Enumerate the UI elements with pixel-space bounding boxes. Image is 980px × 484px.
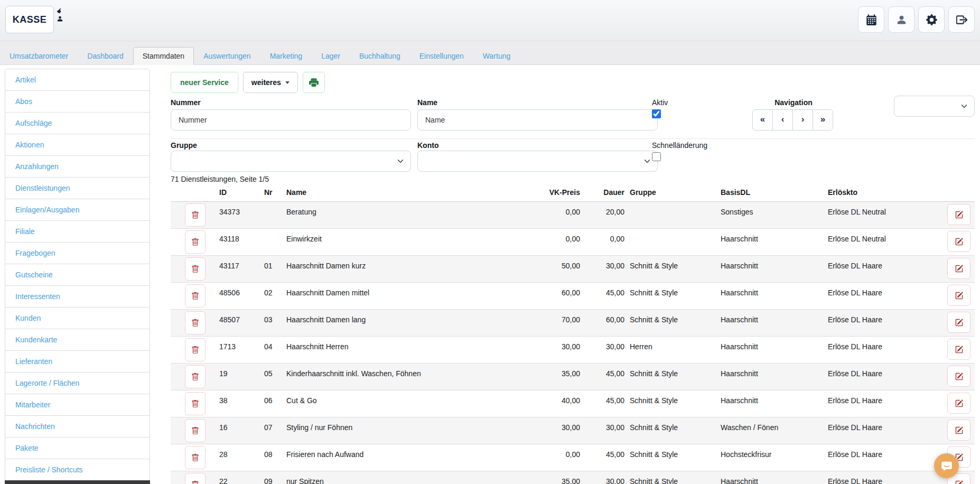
settings-button[interactable]	[918, 6, 945, 33]
delete-service-button[interactable]	[185, 419, 206, 442]
cell-gruppe: Schnitt & Style	[624, 364, 721, 390]
tab-wartung[interactable]: Wartung	[473, 47, 520, 65]
column-header-erloeskto: Erlöskto	[828, 186, 947, 202]
sidebar-item-nachrichten[interactable]: Nachrichten	[5, 416, 150, 438]
cell-name: Haarschnitt Herren	[286, 337, 508, 364]
print-button[interactable]	[303, 72, 325, 93]
sidebar-item-einlagen-ausgaben[interactable]: Einlagen/Ausgaben	[5, 199, 150, 221]
cell-nr: 09	[264, 471, 286, 484]
sidebar-item-anzahlungen[interactable]: Anzahlungen	[5, 156, 150, 178]
cell-dauer: 45,00	[580, 364, 624, 390]
gruppe-select[interactable]	[171, 151, 411, 172]
trash-icon	[191, 400, 199, 408]
user-button[interactable]	[888, 6, 914, 33]
cell-dauer: 60,00	[580, 310, 624, 337]
name-input[interactable]	[417, 109, 658, 131]
nummer-input[interactable]	[171, 109, 411, 131]
sidebar-item-kunden[interactable]: Kunden	[5, 308, 150, 329]
edit-service-button[interactable]	[947, 285, 970, 306]
tab-dashboard[interactable]: Dashboard	[78, 47, 133, 65]
sidebar-item-pakete[interactable]: Pakete	[5, 438, 150, 459]
sidebar-item-partial[interactable]	[5, 480, 150, 484]
aktiv-checkbox[interactable]	[652, 109, 661, 118]
tab-einstellungen[interactable]: Einstellungen	[410, 47, 473, 65]
cell-id: 28	[219, 444, 264, 471]
sidebar-item-preisliste-shortcuts[interactable]: Preisliste / Shortcuts	[5, 459, 150, 481]
trash-icon	[191, 319, 199, 327]
sidebar-item-gutscheine[interactable]: Gutscheine	[5, 264, 150, 286]
edit-service-button[interactable]	[947, 366, 970, 387]
tab-auswertungen[interactable]: Auswertungen	[194, 47, 260, 65]
tab-stammdaten[interactable]: Stammdaten	[133, 47, 194, 65]
delete-service-button[interactable]	[185, 257, 206, 281]
service-row: 43117 01 Haarschnitt Damen kurz 50,00 30…	[171, 256, 975, 283]
delete-service-button[interactable]	[185, 311, 206, 334]
cell-basisdl: Haarschnitt	[721, 364, 828, 390]
delete-service-button[interactable]	[185, 338, 206, 361]
edit-service-button[interactable]	[947, 393, 970, 414]
tab-lager[interactable]: Lager	[312, 47, 350, 65]
cell-name: Haarschnitt Damen mittel	[286, 283, 508, 310]
cell-erloeskto: Erlöse DL Haare	[828, 310, 947, 337]
pencil-square-icon	[955, 399, 963, 407]
sidebar-item-dienstleistungen[interactable]: Dienstleistungen	[5, 178, 150, 199]
sidebar-item-mitarbeiter[interactable]: Mitarbeiter	[5, 394, 150, 416]
delete-service-button[interactable]	[185, 473, 206, 484]
sidebar-item-fragebogen[interactable]: Fragebogen	[5, 243, 150, 264]
tab-umsatzbarometer[interactable]: Umsatzbarometer	[0, 47, 78, 65]
delete-service-button[interactable]	[185, 230, 206, 254]
nav-first-button[interactable]: «	[752, 109, 773, 131]
cell-erloeskto: Erlöse DL Haare	[828, 417, 947, 444]
edit-service-button[interactable]	[947, 258, 970, 279]
trash-icon	[191, 373, 199, 381]
cell-dauer: 0,00	[580, 229, 624, 256]
cell-gruppe: Schnitt & Style	[624, 444, 721, 471]
sidebar-item-lieferanten[interactable]: Lieferanten	[5, 351, 150, 373]
sidebar-item-interessenten[interactable]: Interessenten	[5, 286, 150, 308]
sidebar-item-kundenkarte[interactable]: Kundenkarte	[5, 329, 150, 351]
main-content: neuer Service weiteres Nummer Name Aktiv…	[171, 69, 975, 484]
sidebar-item-aufschlage[interactable]: Aufschläge	[5, 113, 150, 134]
sidebar-item-artikel[interactable]: Artikel	[5, 69, 150, 91]
chevron-down-icon	[644, 158, 650, 164]
edit-service-button[interactable]	[947, 312, 970, 333]
cell-dauer: 45,00	[580, 390, 624, 417]
delete-service-button[interactable]	[185, 365, 206, 388]
chat-widget-button[interactable]	[934, 453, 959, 478]
edit-service-button[interactable]	[947, 231, 970, 252]
filter-select[interactable]	[894, 96, 975, 117]
cell-basisdl: Haarschnitt	[721, 337, 828, 364]
sidebar-item-aktionen[interactable]: Aktionen	[5, 134, 150, 156]
delete-service-button[interactable]	[185, 203, 206, 227]
edit-service-button[interactable]	[947, 420, 970, 441]
pencil-square-icon	[955, 292, 963, 300]
delete-service-button[interactable]	[185, 284, 206, 308]
cell-erloeskto: Erlöse DL Haare	[828, 256, 947, 283]
cell-nr: 06	[264, 390, 286, 417]
delete-service-button[interactable]	[185, 446, 206, 469]
edit-service-button[interactable]	[947, 204, 970, 225]
sidebar-item-abos[interactable]: Abos	[5, 91, 150, 113]
pencil-square-icon	[955, 211, 963, 219]
schnellaenderung-label: Schnelländerung	[652, 141, 707, 150]
nav-next-button[interactable]: ›	[792, 109, 813, 131]
person-small-icon	[57, 15, 63, 22]
schnellaenderung-checkbox[interactable]	[652, 152, 661, 161]
logout-icon	[956, 14, 967, 25]
tab-marketing[interactable]: Marketing	[260, 47, 312, 65]
calendar-button[interactable]	[858, 6, 884, 33]
more-dropdown-button[interactable]: weiteres	[243, 72, 298, 93]
new-service-button[interactable]: neuer Service	[171, 72, 238, 93]
logo-button[interactable]: KASSE	[5, 6, 54, 33]
edit-service-button[interactable]	[947, 339, 970, 360]
sidebar-item-filiale[interactable]: Filiale	[5, 221, 150, 243]
logout-button[interactable]	[948, 6, 975, 33]
sidebar-item-lagerorte-flachen[interactable]: Lagerorte / Flächen	[5, 373, 150, 394]
konto-select[interactable]	[417, 151, 658, 172]
delete-service-button[interactable]	[185, 392, 206, 415]
service-row: 1713 04 Haarschnitt Herren 30,00 30,00 H…	[171, 337, 975, 364]
tab-buchhaltung[interactable]: Buchhaltung	[350, 47, 410, 65]
cell-basisdl: Waschen / Fönen	[721, 417, 828, 444]
nav-prev-button[interactable]: ‹	[772, 109, 793, 131]
nav-last-button[interactable]: »	[813, 109, 833, 131]
